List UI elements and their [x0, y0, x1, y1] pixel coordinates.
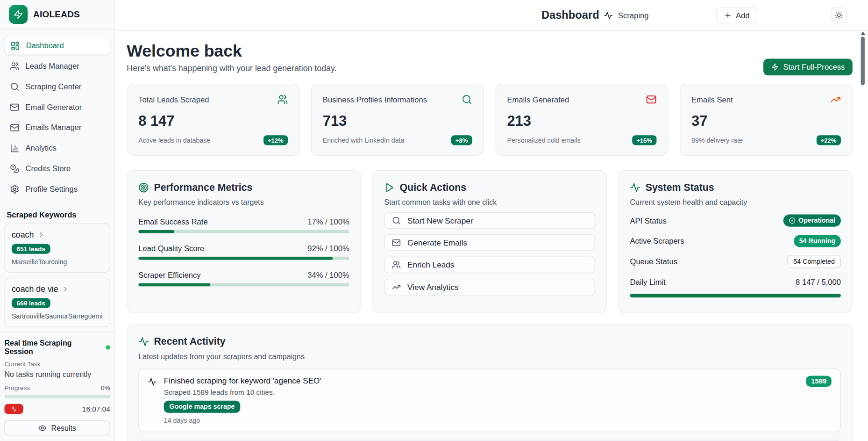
content: Welcome back Here's what's happening wit… [115, 31, 868, 441]
activity-icon [11, 405, 17, 412]
keyword-card[interactable]: coach de vie 669 leads SartrouvilleSaumu… [4, 278, 110, 327]
sidebar-item-analytics[interactable]: Analytics [4, 138, 110, 157]
scrollbar-thumb[interactable] [861, 36, 865, 85]
metric-label: Lead Quality Score [138, 244, 204, 253]
sidebar-item-label: Scraping Center [26, 82, 82, 91]
sidebar-item-label: Credits Store [26, 164, 71, 173]
theme-toggle-button[interactable] [831, 7, 847, 23]
quick-action-generate-emails[interactable]: Generate Emails [384, 234, 595, 251]
quick-action-view-analytics[interactable]: View Analytics [384, 279, 595, 296]
performance-metrics-subtitle: Key performance indicators vs targets [138, 198, 349, 207]
system-status-badge-label: Operational [798, 217, 835, 224]
sidebar-item-scraping-center[interactable]: Scraping Center [4, 77, 110, 96]
start-full-process-button[interactable]: Start Full-Process [763, 59, 853, 76]
metric-label: Email Success Rate [138, 217, 207, 226]
keyword-label: coach de vie [12, 284, 58, 294]
stat-card: Business Profiles Informations 713 Enric… [311, 84, 484, 156]
chevron-right-icon [62, 285, 69, 292]
keyword-leads-badge: 669 leads [12, 298, 50, 308]
system-status-badge: 54 Running [794, 235, 841, 247]
performance-metrics-card: Performance Metrics Key performance indi… [127, 170, 361, 313]
keyword-card[interactable]: coach 651 leads MarseilleTourcoing [4, 224, 110, 273]
add-button[interactable]: Add [716, 7, 757, 23]
sidebar-item-leads-manager[interactable]: Leads Manager [4, 57, 110, 75]
stat-description: 89% delivery rate [691, 136, 743, 144]
sidebar: AIOLEADS DashboardLeads ManagerScraping … [0, 0, 115, 441]
keyword-title-row: coach [12, 230, 103, 239]
session-alert-badge [4, 404, 23, 414]
sidebar-item-email-generator[interactable]: Email Generator [4, 98, 110, 116]
quick-action-label: Enrich Leads [407, 260, 454, 269]
dashboard-icon [11, 41, 20, 50]
middle-grid: Performance Metrics Key performance indi… [127, 170, 852, 313]
stat-value: 37 [691, 113, 841, 130]
zap-icon [771, 63, 779, 71]
activity-icon [630, 182, 640, 193]
stats-grid: Total Leads Scraped 8 147 Active leads i… [127, 84, 852, 156]
page-title: Dashboard [541, 9, 599, 22]
activity-row[interactable]: Finished scraping for keyword 'agence SE… [138, 369, 841, 432]
app-name: AIOLEADS [33, 9, 80, 19]
system-status-badge-label: 54 Running [799, 237, 835, 245]
sidebar-item-emails-manager[interactable]: Emails Manager [4, 118, 110, 137]
keyword-cities: MarseilleTourcoing [12, 258, 103, 266]
eye-icon [38, 424, 47, 432]
mail-icon [646, 94, 657, 105]
quick-action-enrich-leads[interactable]: Enrich Leads [384, 257, 595, 274]
stat-trend-badge: +8% [451, 135, 472, 145]
system-status-row: API Status Operational [630, 214, 840, 227]
chevron-right-icon [38, 231, 45, 238]
daily-limit-label: Daily Limit [630, 278, 666, 287]
system-status-row: Active Scrapers 54 Running [630, 234, 840, 247]
stat-card-footer: Enriched with LinkedIn data +8% [323, 135, 472, 145]
scraped-keywords-list: coach 651 leads MarseilleTourcoing coach… [0, 224, 114, 332]
system-status-title-row: System Status [630, 182, 840, 194]
daily-limit-value: 8 147 / 5,000 [796, 278, 841, 287]
performance-metrics-title: Performance Metrics [154, 182, 252, 194]
results-button-label: Results [51, 424, 76, 432]
system-status-row: Queue Status 54 Completed [630, 255, 840, 268]
stat-trend-badge: +22% [816, 135, 841, 145]
sidebar-item-label: Dashboard [26, 41, 64, 50]
check-circle-icon [789, 217, 796, 224]
system-status-badge: Operational [783, 215, 841, 227]
current-task-value: No tasks running currently [4, 370, 110, 379]
metric-progress-bar [138, 257, 349, 260]
activity-body: Finished scraping for keyword 'agence SE… [164, 376, 321, 425]
metric-progress-bar [138, 230, 349, 233]
sidebar-item-profile-settings[interactable]: Profile Settings [4, 180, 110, 198]
users-icon [277, 94, 288, 105]
search-icon [392, 216, 401, 225]
sidebar-item-credits-store[interactable]: Credits Store [4, 159, 110, 178]
progress-row: Progress 0% [4, 384, 110, 391]
stat-description: Enriched with LinkedIn data [323, 136, 405, 144]
header-title-group: Dashboard Scraping [541, 0, 649, 30]
metric-label: Scraper Efficiency [138, 270, 200, 279]
users-icon [392, 260, 401, 269]
stat-card-footer: 89% delivery rate +22% [691, 135, 841, 145]
stat-card-footer: Active leads in database +12% [138, 135, 288, 145]
activity-title: Finished scraping for keyword 'agence SE… [164, 376, 321, 385]
metric-value: 17% / 100% [307, 217, 349, 226]
quick-action-start-new-scraper[interactable]: Start New Scraper [384, 212, 595, 229]
recent-activity-title-row: Recent Activity [138, 336, 841, 347]
progress-value: 0% [101, 384, 110, 391]
activity-list: Finished scraping for keyword 'agence SE… [138, 369, 841, 432]
search-icon [462, 94, 472, 105]
start-full-process-label: Start Full-Process [783, 63, 845, 72]
quick-actions-title-row: Quick Actions [384, 182, 595, 194]
plus-icon [724, 11, 732, 19]
sidebar-item-dashboard[interactable]: Dashboard [4, 36, 110, 55]
quick-actions-subtitle: Start common tasks with one click [384, 198, 595, 207]
results-button[interactable]: Results [4, 420, 110, 435]
quick-actions-list: Start New ScraperGenerate EmailsEnrich L… [384, 212, 595, 296]
session-status-row: 16:07:04 [4, 404, 110, 414]
live-status-dot [106, 345, 110, 349]
stat-value: 713 [323, 113, 472, 130]
stat-label: Total Leads Scraped [138, 95, 209, 104]
progress-label: Progress [4, 384, 30, 391]
scrollbar-up-arrow[interactable] [861, 32, 865, 35]
recent-activity-title: Recent Activity [154, 336, 225, 347]
stat-card-footer: Personalized cold emails +15% [507, 135, 656, 145]
coins-icon [10, 164, 19, 173]
